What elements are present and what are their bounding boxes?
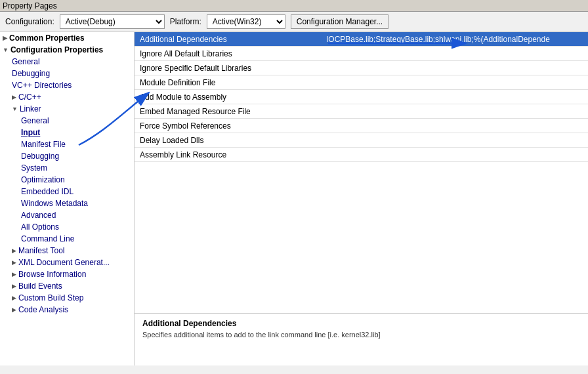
prop-row-ignore-specific[interactable]: Ignore Specific Default Libraries <box>135 61 588 75</box>
prop-row-module-def-file[interactable]: Module Definition File <box>135 75 588 90</box>
prop-name-embed-managed: Embed Managed Resource File <box>137 107 321 116</box>
tree-item-cpp[interactable]: ▶C/C++ <box>0 91 134 103</box>
tree-item-linker-input[interactable]: Input <box>0 127 134 138</box>
prop-name-force-symbol: Force Symbol References <box>137 121 321 131</box>
tree-label-config-props: Configuration Properties <box>10 45 103 54</box>
tree-item-linker-advanced[interactable]: Advanced <box>0 209 134 221</box>
prop-row-force-symbol[interactable]: Force Symbol References <box>135 119 588 133</box>
tree-item-linker-system[interactable]: System <box>0 162 134 174</box>
main-content: ▶Common Properties▼Configuration Propert… <box>0 32 588 365</box>
prop-name-delay-loaded: Delay Loaded Dlls <box>137 136 321 145</box>
prop-row-delay-loaded[interactable]: Delay Loaded Dlls <box>135 133 588 148</box>
prop-name-ignore-specific: Ignore Specific Default Libraries <box>137 64 321 73</box>
tree-label-custom-build: Custom Build Step <box>18 293 83 302</box>
tree-label-cpp: C/C++ <box>18 93 41 102</box>
tree-item-linker-optimization[interactable]: Optimization <box>0 174 134 186</box>
properties-list: Additional DependenciesIOCPBase.lib;Stra… <box>135 32 588 313</box>
tree-item-linker-manifest[interactable]: Manifest File <box>0 138 134 150</box>
toolbar: Configuration: Active(Debug) Platform: A… <box>0 12 588 32</box>
platform-label: Platform: <box>170 17 201 26</box>
tree-item-vc-dirs[interactable]: VC++ Directories <box>0 79 134 91</box>
tree-item-linker-debugging[interactable]: Debugging <box>0 150 134 162</box>
platform-select[interactable]: Active(Win32) <box>207 14 285 29</box>
prop-row-additional-deps[interactable]: Additional DependenciesIOCPBase.lib;Stra… <box>135 32 588 47</box>
tree-item-xml-doc[interactable]: ▶XML Document Generat... <box>0 257 134 268</box>
desc-text: Specifies additional items to add to the… <box>142 331 580 339</box>
tree-item-linker-all-options[interactable]: All Options <box>0 221 134 233</box>
prop-row-add-module[interactable]: Add Module to Assembly <box>135 90 588 104</box>
tree-item-custom-build[interactable]: ▶Custom Build Step <box>0 292 134 304</box>
left-panel: ▶Common Properties▼Configuration Propert… <box>0 32 135 365</box>
tree-item-browse-info[interactable]: ▶Browse Information <box>0 268 134 280</box>
title-bar: Property Pages <box>0 0 588 12</box>
tree-item-common-props[interactable]: ▶Common Properties <box>0 32 134 44</box>
prop-row-ignore-all-default[interactable]: Ignore All Default Libraries <box>135 47 588 61</box>
tree-item-linker[interactable]: ▼Linker <box>0 103 134 115</box>
tree-item-linker-windows-meta[interactable]: Windows Metadata <box>0 197 134 209</box>
tree-item-debugging[interactable]: Debugging <box>0 68 134 79</box>
tree-item-build-events[interactable]: ▶Build Events <box>0 280 134 292</box>
tree-item-manifest-tool[interactable]: ▶Manifest Tool <box>0 245 134 257</box>
prop-name-assembly-link: Assembly Link Resource <box>137 150 321 159</box>
tree-label-build-events: Build Events <box>18 281 62 291</box>
config-label: Configuration: <box>5 17 54 26</box>
title-text: Property Pages <box>3 1 57 10</box>
prop-name-module-def-file: Module Definition File <box>137 78 321 87</box>
tree-item-linker-cmd-line[interactable]: Command Line <box>0 233 134 245</box>
prop-row-embed-managed[interactable]: Embed Managed Resource File <box>135 104 588 119</box>
tree-label-xml-doc: XML Document Generat... <box>18 258 110 267</box>
tree-item-general[interactable]: General <box>0 56 134 68</box>
prop-name-ignore-all-default: Ignore All Default Libraries <box>137 49 321 58</box>
tree-item-linker-embedded-idl[interactable]: Embedded IDL <box>0 186 134 197</box>
tree-label-browse-info: Browse Information <box>18 270 86 279</box>
tree-item-linker-general[interactable]: General <box>0 115 134 127</box>
config-mgr-button[interactable]: Configuration Manager... <box>291 14 388 29</box>
tree-item-config-props[interactable]: ▼Configuration Properties <box>0 44 134 56</box>
tree-label-manifest-tool: Manifest Tool <box>18 246 64 255</box>
prop-name-add-module: Add Module to Assembly <box>137 93 321 102</box>
prop-value-additional-deps: IOCPBase.lib;StrategyBase.lib;shlwapi.li… <box>321 35 585 44</box>
tree-label-code-analysis: Code Analysis <box>18 305 68 314</box>
config-select[interactable]: Active(Debug) <box>60 14 165 29</box>
property-description: Additional Dependencies Specifies additi… <box>135 313 588 365</box>
desc-title: Additional Dependencies <box>142 319 580 328</box>
prop-name-additional-deps: Additional Dependencies <box>137 35 321 44</box>
tree-label-common-props: Common Properties <box>9 33 85 43</box>
tree-label-linker: Linker <box>20 104 41 114</box>
tree-item-code-analysis[interactable]: ▶Code Analysis <box>0 304 134 316</box>
prop-row-assembly-link[interactable]: Assembly Link Resource <box>135 148 588 162</box>
right-panel: Additional DependenciesIOCPBase.lib;Stra… <box>135 32 588 365</box>
